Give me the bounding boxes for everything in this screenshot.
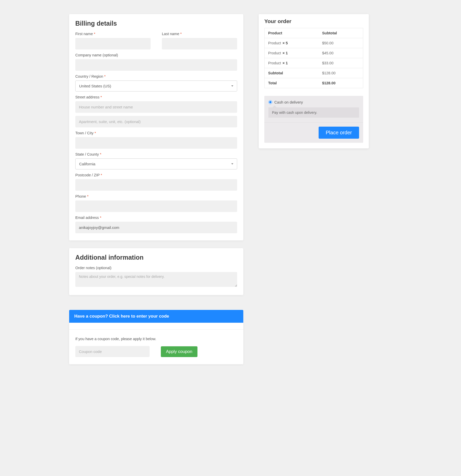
company-input[interactable] xyxy=(75,59,237,71)
company-label: Company name (optional) xyxy=(75,53,237,57)
last-name-label: Last name * xyxy=(162,32,237,36)
email-input[interactable] xyxy=(75,222,237,233)
order-notes-label: Order notes (optional) xyxy=(75,266,237,270)
phone-input[interactable] xyxy=(75,200,237,212)
street-label: Street address * xyxy=(75,95,237,99)
required-mark: * xyxy=(101,173,102,177)
payment-box: Cash on delivery Pay with cash upon deli… xyxy=(264,96,363,143)
order-subtotal-value: $128.00 xyxy=(319,68,363,78)
order-item-name: Product xyxy=(268,41,281,45)
postcode-input[interactable] xyxy=(75,179,237,191)
phone-label: Phone * xyxy=(75,194,237,198)
chevron-down-icon xyxy=(231,85,233,87)
coupon-section: Have a coupon? Click here to enter your … xyxy=(69,310,243,364)
billing-title: Billing details xyxy=(75,20,237,27)
order-item-subtotal: $45.00 xyxy=(319,48,363,58)
additional-title: Additional information xyxy=(75,254,237,261)
order-total-row: Total $128.00 xyxy=(265,78,363,88)
order-subtotal-row: Subtotal $128.00 xyxy=(265,68,363,78)
first-name-label: First name * xyxy=(75,32,151,36)
last-name-input[interactable] xyxy=(162,38,237,49)
city-label: Town / City * xyxy=(75,131,237,135)
payment-method-label: Cash on delivery xyxy=(274,100,303,104)
coupon-code-input[interactable] xyxy=(75,346,150,357)
required-mark: * xyxy=(100,152,101,156)
required-mark: * xyxy=(100,216,101,220)
order-item-qty: × 1 xyxy=(282,51,288,55)
state-label: State / County * xyxy=(75,152,237,156)
street2-input[interactable] xyxy=(75,116,237,127)
order-row: Product× 5 $50.00 xyxy=(265,38,363,48)
order-total-label: Total xyxy=(265,78,319,88)
coupon-toggle-bar[interactable]: Have a coupon? Click here to enter your … xyxy=(69,310,243,323)
postcode-label: Postcode / ZIP * xyxy=(75,173,237,177)
apply-coupon-button[interactable]: Apply coupon xyxy=(161,346,197,357)
required-mark: * xyxy=(104,74,106,78)
street1-input[interactable] xyxy=(75,101,237,113)
order-notes-input[interactable] xyxy=(75,272,237,287)
payment-method-cod[interactable]: Cash on delivery xyxy=(268,100,359,104)
order-row: Product× 1 $33.00 xyxy=(265,58,363,68)
order-item-qty: × 1 xyxy=(282,61,288,65)
required-mark: * xyxy=(87,194,89,198)
billing-card: Billing details First name * Last name *… xyxy=(69,14,243,240)
order-th-subtotal: Subtotal xyxy=(319,28,363,38)
country-select[interactable]: United States (US) xyxy=(75,80,237,92)
required-mark: * xyxy=(95,131,96,135)
order-total-value: $128.00 xyxy=(319,78,363,88)
order-summary-card: Your order Product Subtotal Product× 5 $… xyxy=(259,14,369,148)
first-name-input[interactable] xyxy=(75,38,151,49)
state-selected: California xyxy=(79,162,95,166)
required-mark: * xyxy=(94,32,96,36)
order-item-name: Product xyxy=(268,61,281,65)
state-select[interactable]: California xyxy=(75,158,237,169)
email-label: Email address * xyxy=(75,216,237,220)
payment-radio-cod[interactable] xyxy=(268,100,272,104)
coupon-hint: If you have a coupon code, please apply … xyxy=(75,337,237,341)
order-item-qty: × 5 xyxy=(282,41,288,45)
city-input[interactable] xyxy=(75,137,237,149)
required-mark: * xyxy=(180,32,182,36)
order-item-subtotal: $50.00 xyxy=(319,38,363,48)
order-subtotal-label: Subtotal xyxy=(265,68,319,78)
additional-info-card: Additional information Order notes (opti… xyxy=(69,248,243,295)
chevron-down-icon xyxy=(231,163,233,165)
order-th-product: Product xyxy=(265,28,319,38)
order-table: Product Subtotal Product× 5 $50.00 Produ… xyxy=(264,28,363,88)
country-label: Country / Region * xyxy=(75,74,237,78)
order-item-subtotal: $33.00 xyxy=(319,58,363,68)
order-item-name: Product xyxy=(268,51,281,55)
order-row: Product× 1 $45.00 xyxy=(265,48,363,58)
place-order-button[interactable]: Place order xyxy=(319,127,359,139)
order-title: Your order xyxy=(264,18,363,24)
country-selected: United States (US) xyxy=(79,84,111,88)
payment-method-desc: Pay with cash upon delivery. xyxy=(268,107,359,118)
required-mark: * xyxy=(100,95,102,99)
